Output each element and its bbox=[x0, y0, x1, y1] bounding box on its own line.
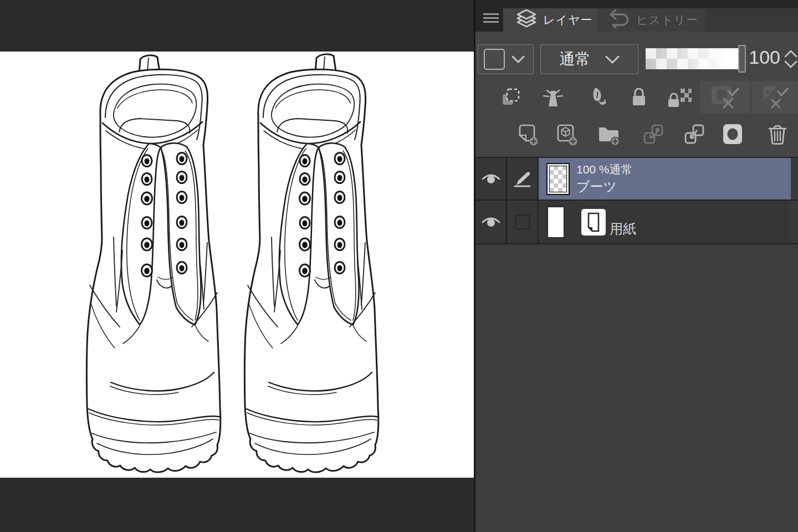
layer-panel: レイヤー ヒストリー bbox=[475, 0, 798, 532]
blend-mode-value: 通常 bbox=[560, 49, 591, 70]
layer-color-dropdown[interactable] bbox=[478, 44, 534, 74]
eye-icon bbox=[481, 171, 501, 187]
blend-mode-dropdown[interactable]: 通常 bbox=[540, 44, 638, 74]
opacity-slider-handle[interactable] bbox=[738, 45, 746, 73]
layer-thumbnail-transparent[interactable] bbox=[548, 164, 569, 194]
eye-icon bbox=[481, 214, 501, 230]
canvas[interactable] bbox=[0, 52, 474, 478]
new-layer-folder-icon[interactable] bbox=[596, 122, 622, 147]
new-vector-layer-icon[interactable] bbox=[555, 122, 580, 147]
enable-mask-icon[interactable] bbox=[700, 81, 750, 113]
lock-transparent-pixels-icon[interactable] bbox=[666, 85, 692, 110]
opacity-slider[interactable] bbox=[646, 48, 739, 69]
canvas-artwork-boots bbox=[0, 52, 474, 478]
layer-color-swatch bbox=[484, 49, 505, 70]
layer-visibility-toggle[interactable] bbox=[475, 158, 507, 200]
lock-layer-icon[interactable] bbox=[626, 85, 652, 110]
merge-with-lower-layer-icon[interactable] bbox=[682, 122, 708, 147]
spinner-arrows-icon bbox=[784, 49, 798, 69]
boot-right bbox=[244, 54, 378, 472]
clip-studio-workspace: レイヤー ヒストリー bbox=[0, 0, 798, 532]
create-layer-mask-icon[interactable] bbox=[720, 122, 746, 147]
layer-name: ブーツ bbox=[576, 178, 633, 196]
draft-layer-icon[interactable] bbox=[585, 85, 610, 110]
layer-thumbnail-white[interactable] bbox=[548, 207, 564, 238]
new-raster-layer-icon[interactable] bbox=[515, 122, 541, 147]
tab-layer[interactable]: レイヤー bbox=[503, 8, 608, 32]
transfer-to-lower-layer-icon[interactable] bbox=[641, 122, 667, 147]
layer-entry[interactable]: 100 %通常 ブーツ bbox=[539, 158, 791, 200]
clip-to-layer-below-icon[interactable] bbox=[499, 85, 524, 110]
palette-tabstrip: レイヤー ヒストリー bbox=[475, 0, 798, 32]
opacity-value: 100 bbox=[748, 47, 780, 68]
reference-layer-icon[interactable] bbox=[540, 85, 566, 110]
layer-name: 用紙 bbox=[610, 220, 636, 238]
chevron-down-icon bbox=[511, 55, 525, 63]
checkbox-icon bbox=[515, 214, 530, 230]
layer-opacity-mode: 100 %通常 bbox=[576, 162, 633, 177]
layers-icon bbox=[515, 8, 538, 32]
layer-row-boots[interactable]: 100 %通常 ブーツ bbox=[475, 158, 798, 201]
pencil-icon bbox=[513, 170, 533, 188]
paper-layer-icon bbox=[581, 208, 606, 236]
chevron-down-icon bbox=[605, 55, 620, 64]
layer-row-paper[interactable]: 用紙 bbox=[475, 201, 798, 244]
layer-editing-indicator[interactable] bbox=[507, 158, 539, 200]
layer-entry[interactable]: 用紙 bbox=[539, 201, 791, 243]
ruler-range-icon[interactable] bbox=[751, 81, 798, 113]
delete-layer-icon[interactable] bbox=[765, 122, 790, 147]
tab-history[interactable]: ヒストリー bbox=[597, 8, 705, 32]
panel-menu-button[interactable] bbox=[482, 11, 500, 25]
tab-history-label: ヒストリー bbox=[636, 12, 698, 28]
tab-layer-label: レイヤー bbox=[543, 12, 592, 28]
opacity-spinner[interactable] bbox=[784, 49, 798, 69]
boot-left bbox=[86, 55, 221, 472]
layer-list: 100 %通常 ブーツ bbox=[475, 157, 798, 532]
layer-checkbox[interactable] bbox=[507, 201, 539, 243]
layer-visibility-toggle[interactable] bbox=[475, 201, 507, 243]
history-icon bbox=[606, 8, 631, 32]
